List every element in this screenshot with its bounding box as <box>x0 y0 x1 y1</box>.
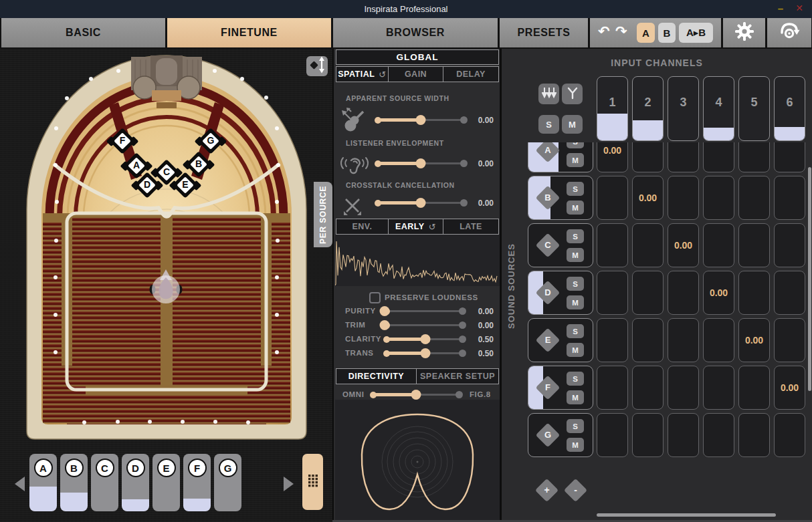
source-fader-A[interactable]: A <box>29 454 57 511</box>
matrix-cell-B2[interactable]: 0.00 <box>632 176 664 220</box>
matrix-cell-A5[interactable] <box>738 142 770 172</box>
tab-env[interactable]: ENV. <box>336 219 389 235</box>
matrix-cell-F1[interactable] <box>597 366 628 410</box>
close-button[interactable]: ✕ <box>793 3 805 15</box>
tab-early[interactable]: EARLY↺ <box>388 219 443 235</box>
matrix-cell-E4[interactable] <box>703 318 734 362</box>
matrix-cell-C3[interactable]: 0.00 <box>668 223 699 267</box>
matrix-cell-A6[interactable] <box>774 142 805 172</box>
clarity-slider[interactable] <box>385 334 464 344</box>
source-fader-C[interactable]: C <box>91 454 118 511</box>
matrix-cell-E6[interactable] <box>774 318 805 362</box>
matrix-cell-B5[interactable] <box>738 176 770 220</box>
main-tab-presets[interactable]: PRESETS <box>500 18 588 47</box>
source-tile-C[interactable]: C S M <box>528 223 593 267</box>
tab-gain[interactable]: GAIN <box>388 66 443 82</box>
trim-slider[interactable] <box>385 319 464 330</box>
source-tile-E[interactable]: E S M <box>528 318 593 362</box>
mute-button-F[interactable]: M <box>567 390 584 404</box>
solo-button-A[interactable]: S <box>567 142 584 148</box>
matrix-cell-D5[interactable] <box>738 271 770 315</box>
merge-sources-button[interactable] <box>562 84 583 104</box>
reset-icon[interactable]: ↺ <box>429 222 436 232</box>
source-marker-E[interactable]: E <box>169 169 201 201</box>
remove-source-button[interactable]: - <box>564 479 587 502</box>
source-fader-G[interactable]: G <box>214 454 241 511</box>
main-tab-basic[interactable]: BASIC <box>1 18 165 47</box>
source-tile-A[interactable]: A S M <box>528 142 593 172</box>
source-tile-G[interactable]: G S M <box>528 413 593 457</box>
matrix-cell-F5[interactable] <box>738 366 770 410</box>
matrix-cell-F2[interactable] <box>632 366 664 410</box>
ab-slot-b-button[interactable]: B <box>658 23 676 43</box>
mute-button-G[interactable]: M <box>567 438 584 452</box>
tab-delay[interactable]: DELAY <box>443 66 499 82</box>
solo-button-D[interactable]: S <box>567 277 584 291</box>
input-channel-4[interactable]: 4 <box>703 76 734 141</box>
source-marker-D[interactable]: D <box>131 169 163 201</box>
reset-icon[interactable]: ↺ <box>379 70 386 80</box>
solo-button-F[interactable]: S <box>567 372 584 386</box>
preserve-loudness-checkbox[interactable] <box>369 292 381 303</box>
matrix-cell-E5[interactable]: 0.00 <box>738 318 770 362</box>
matrix-cell-A2[interactable] <box>632 142 664 172</box>
asw-slider[interactable] <box>376 114 466 125</box>
minimize-button[interactable]: – <box>775 3 787 15</box>
input-channel-6[interactable]: 6 <box>774 76 805 141</box>
matrix-cell-B3[interactable] <box>668 176 699 220</box>
source-fader-D[interactable]: D <box>122 454 149 511</box>
scroll-left-arrow[interactable] <box>15 477 25 491</box>
ctc-slider[interactable] <box>376 197 466 208</box>
input-channel-5[interactable]: 5 <box>738 76 770 141</box>
matrix-cell-C1[interactable] <box>597 223 628 267</box>
mute-button-A[interactable]: M <box>567 153 584 167</box>
scroll-right-arrow[interactable] <box>284 477 294 491</box>
tab-spatial[interactable]: SPATIAL↺ <box>336 66 389 82</box>
collapse-all-button[interactable] <box>538 84 559 104</box>
mute-button-B[interactable]: M <box>567 201 584 215</box>
source-marker-G[interactable]: G <box>195 125 227 157</box>
ab-slot-a-button[interactable]: A <box>637 23 655 43</box>
horizontal-scrollbar[interactable] <box>597 513 776 517</box>
matrix-cell-D2[interactable] <box>632 271 664 315</box>
per-source-tab[interactable]: PER SOURCE <box>314 182 332 247</box>
input-channel-2[interactable]: 2 <box>632 76 664 141</box>
source-tile-D[interactable]: D S M <box>528 271 593 315</box>
flip-view-button[interactable] <box>306 56 328 76</box>
vertical-scrollbar[interactable] <box>808 167 811 391</box>
tab-late[interactable]: LATE <box>443 219 499 235</box>
bypass-button[interactable] <box>767 18 811 47</box>
input-channel-1[interactable]: 1 <box>597 76 628 141</box>
matrix-cell-D3[interactable] <box>668 271 699 315</box>
add-source-button[interactable]: + <box>535 479 559 502</box>
input-channel-3[interactable]: 3 <box>668 76 699 141</box>
solo-button-B[interactable]: S <box>567 182 584 196</box>
source-marker-F[interactable]: F <box>106 125 138 157</box>
matrix-cell-B1[interactable] <box>597 176 628 220</box>
matrix-cell-A3[interactable] <box>668 142 699 172</box>
solo-all-button[interactable]: S <box>538 115 559 134</box>
matrix-cell-G1[interactable] <box>597 413 628 457</box>
matrix-cell-C5[interactable] <box>738 223 770 267</box>
mute-button-C[interactable]: M <box>567 248 584 262</box>
source-fader-E[interactable]: E <box>153 454 180 511</box>
matrix-cell-C2[interactable] <box>632 223 664 267</box>
solo-button-C[interactable]: S <box>567 229 584 243</box>
mute-button-D[interactable]: M <box>567 295 584 309</box>
matrix-cell-G2[interactable] <box>632 413 664 457</box>
matrix-cell-G3[interactable] <box>668 413 699 457</box>
matrix-cell-B6[interactable] <box>774 176 805 220</box>
source-tile-F[interactable]: F S M <box>528 366 593 410</box>
tab-directivity[interactable]: DIRECTIVITY <box>336 368 417 384</box>
matrix-cell-G4[interactable] <box>703 413 734 457</box>
solo-button-G[interactable]: S <box>567 419 584 433</box>
main-tab-finetune[interactable]: FINETUNE <box>167 18 331 47</box>
lev-slider[interactable] <box>376 158 466 168</box>
matrix-cell-G6[interactable] <box>774 413 805 457</box>
undo-button[interactable]: ↶ <box>598 23 610 39</box>
matrix-cell-E1[interactable] <box>597 318 628 362</box>
matrix-cell-D6[interactable] <box>774 271 805 315</box>
matrix-cell-F3[interactable] <box>668 366 699 410</box>
solo-button-E[interactable]: S <box>567 324 584 338</box>
matrix-cell-C6[interactable] <box>774 223 805 267</box>
